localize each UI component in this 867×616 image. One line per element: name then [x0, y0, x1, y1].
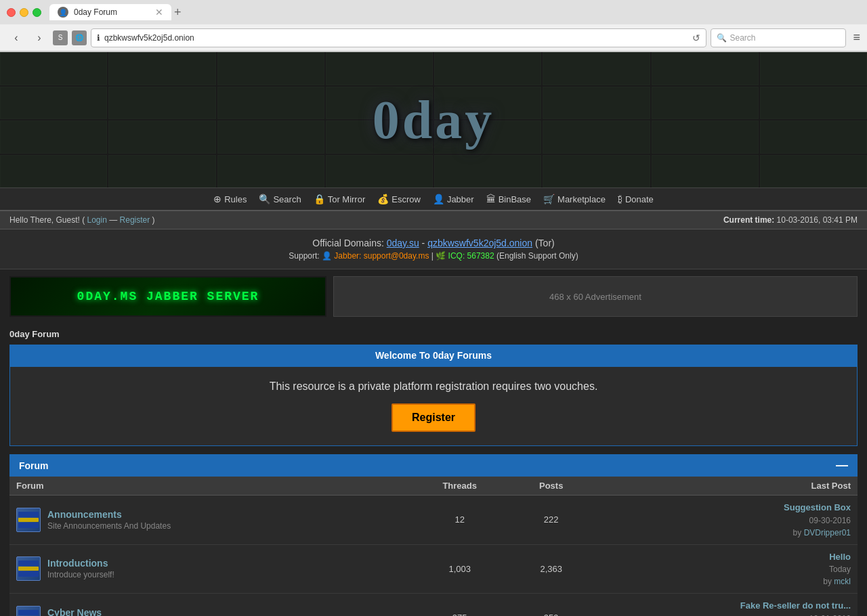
col-header-forum: Forum: [9, 477, 408, 496]
current-time-value: 10-03-2016, 03:41 PM: [777, 215, 858, 225]
forum-name-link[interactable]: Introductions: [47, 558, 108, 569]
last-post-title[interactable]: Fake Re-seller do not tru...: [598, 599, 851, 613]
jabber-ad-banner[interactable]: 0day.ms Jabber Server: [9, 276, 326, 317]
nav-item-tor-mirror[interactable]: 🔒 Tor Mirror: [310, 192, 370, 206]
jabber-icon: 👤: [433, 194, 444, 204]
forum-cell: Cyber News Hacking, carding, security re…: [9, 594, 408, 617]
close-window-button[interactable]: [7, 8, 16, 17]
binbase-icon: 🏛: [486, 194, 496, 204]
nav-item-escrow[interactable]: 💰 Escrow: [373, 192, 425, 206]
welcome-body-text: This resource is a private platform regi…: [24, 380, 843, 393]
last-post-cell: Fake Re-seller do not tru... 10-01-2016 …: [591, 594, 858, 617]
support-label: Support:: [289, 251, 319, 261]
last-post-author[interactable]: DVDripper01: [804, 528, 851, 537]
posts-count: 959: [511, 594, 591, 617]
reload-button[interactable]: ↺: [692, 32, 700, 43]
tab-close-button[interactable]: ✕: [155, 7, 163, 18]
forum-collapse-button[interactable]: —: [836, 458, 848, 472]
forum-section-header: Forum —: [9, 454, 858, 477]
tor-suffix: (Tor): [535, 238, 555, 248]
forward-button[interactable]: ›: [30, 28, 49, 47]
nav-item-jabber[interactable]: 👤 Jabber: [429, 192, 478, 206]
forum-table: Forum Threads Posts Last Post: [9, 477, 858, 616]
nav-item-rules[interactable]: ⊕ Rules: [209, 192, 251, 206]
login-link[interactable]: Login: [87, 215, 107, 225]
search-nav-icon: 🔍: [259, 194, 270, 204]
last-post-title[interactable]: Suggestion Box: [598, 501, 851, 514]
tab-favicon: 👤: [58, 7, 68, 18]
donate-icon: ₿: [618, 194, 622, 204]
domain-dash: -: [422, 238, 428, 248]
nav-item-marketplace[interactable]: 🛒 Marketplace: [539, 192, 610, 206]
browser-menu-button[interactable]: ≡: [853, 30, 860, 45]
icq-suffix: (English Support Only): [496, 251, 578, 261]
jabber-ad-text: 0day.ms Jabber Server: [77, 290, 259, 303]
nav-label-rules: Rules: [224, 194, 247, 204]
guest-greeting: Hello There, Guest! ( Login — Register ): [9, 215, 155, 225]
nav-label-tor: Tor Mirror: [328, 194, 366, 204]
jabber-ad-inner: 0day.ms Jabber Server: [11, 278, 325, 315]
threads-count: 1,003: [408, 544, 511, 594]
nav-label-marketplace: Marketplace: [557, 194, 606, 204]
icq-label: ICQ:: [448, 251, 465, 261]
domain2-link[interactable]: qzbkwswfv5k2oj5d.onion: [427, 238, 532, 248]
forum-info: Introductions Introduce yourself!: [47, 558, 114, 579]
browser-titlebar: 👤 0day Forum ✕ +: [0, 0, 867, 24]
last-post-title[interactable]: Hello: [598, 550, 851, 564]
last-post-by: by DVDripper01: [598, 527, 851, 539]
forum-description: Site Announcements And Updates: [47, 521, 171, 531]
minimize-window-button[interactable]: [20, 8, 28, 17]
maximize-window-button[interactable]: [33, 8, 41, 17]
icq-number: 567382: [467, 251, 494, 261]
back-button[interactable]: ‹: [7, 28, 26, 47]
browser-tab[interactable]: 👤 0day Forum ✕: [49, 4, 171, 20]
last-post-date: 10-01-2016: [598, 613, 851, 617]
tor-icon: 🔒: [314, 194, 325, 204]
extension-icon-2[interactable]: 🌐: [72, 30, 87, 45]
extension-icon-1[interactable]: S: [53, 30, 68, 45]
nav-label-binbase: BinBase: [499, 194, 531, 204]
forum-name-link[interactable]: Announcements: [47, 509, 122, 520]
nav-item-search[interactable]: 🔍 Search: [255, 192, 305, 206]
table-row: Introductions Introduce yourself! 1,003 …: [9, 544, 858, 594]
guest-bar: Hello There, Guest! ( Login — Register )…: [0, 211, 867, 229]
col-header-last-post: Last Post: [591, 477, 858, 496]
forum-table-header-row: Forum Threads Posts Last Post: [9, 477, 858, 496]
site-logo-text: 0day: [373, 93, 495, 147]
forum-icon: [16, 508, 41, 532]
escrow-icon: 💰: [377, 194, 389, 204]
current-time-label: Current time:: [723, 215, 774, 225]
register-button[interactable]: Register: [392, 403, 475, 432]
forum-cell: Introductions Introduce yourself!: [9, 544, 408, 594]
last-post-date: 09-30-2016: [598, 514, 851, 527]
url-text[interactable]: qzbkwswfv5k2oj5d.onion: [104, 33, 688, 43]
table-row: Announcements Site Announcements And Upd…: [9, 496, 858, 545]
nav-item-binbase[interactable]: 🏛 BinBase: [482, 192, 535, 206]
last-post-date: Today: [598, 563, 851, 575]
col-header-posts: Posts: [511, 477, 591, 496]
hello-text: Hello There, Guest! (: [9, 215, 85, 225]
browser-search-bar[interactable]: 🔍 Search: [711, 28, 846, 47]
banner-ad-text: 468 x 60 Advertisement: [549, 292, 641, 302]
pipe: |: [431, 251, 436, 261]
last-post-by: by mckl: [598, 575, 851, 588]
forum-name-link[interactable]: Cyber News: [47, 607, 102, 616]
forum-info: Announcements Site Announcements And Upd…: [47, 509, 171, 531]
forum-table-body: Announcements Site Announcements And Upd…: [9, 496, 858, 617]
banner-advertisement[interactable]: 468 x 60 Advertisement: [333, 276, 858, 317]
nav-item-donate[interactable]: ₿ Donate: [614, 192, 658, 206]
window-controls: [7, 8, 41, 17]
domain1-link[interactable]: 0day.su: [387, 238, 419, 248]
last-post-author[interactable]: mckl: [834, 577, 851, 586]
site-content: Hello There, Guest! ( Login — Register )…: [0, 211, 867, 616]
site-logo[interactable]: 0day: [373, 93, 495, 147]
forum-info: Cyber News Hacking, carding, security re…: [47, 607, 189, 616]
register-link[interactable]: Register: [120, 215, 150, 225]
close-paren: ): [152, 215, 155, 225]
new-tab-button[interactable]: +: [174, 5, 182, 20]
url-bar[interactable]: ℹ qzbkwswfv5k2oj5d.onion ↺: [91, 28, 706, 47]
forum-description: Introduce yourself!: [47, 570, 114, 579]
marketplace-icon: 🛒: [543, 194, 555, 204]
welcome-header: Welcome To 0day Forums: [375, 350, 492, 361]
search-icon: 🔍: [717, 33, 727, 43]
